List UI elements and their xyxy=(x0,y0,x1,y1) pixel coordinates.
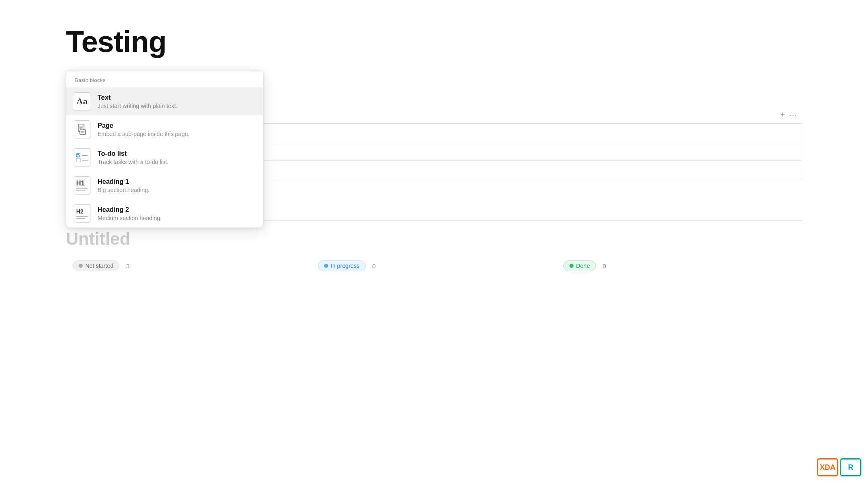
in-progress-dot xyxy=(324,264,328,268)
block-menu: Basic blocks Aa Text Just start writing … xyxy=(66,70,264,228)
text-block-desc: Just start writing with plain text. xyxy=(98,103,177,109)
text-block-icon: Aa xyxy=(73,92,91,110)
h1-block-desc: Big section heading. xyxy=(98,187,149,193)
text-block-name: Text xyxy=(98,94,177,101)
h2-block-icon: H2 xyxy=(73,204,91,223)
xda-watermark: XDA R xyxy=(817,458,861,476)
table-header-actions: + ··· xyxy=(780,110,797,120)
board-col-done: Done 0 xyxy=(557,260,802,276)
block-menu-item-page[interactable]: Page Embed a sub-page inside this page. xyxy=(66,115,263,143)
status-pill-not-started: Not started xyxy=(72,260,119,271)
h1-block-name: Heading 1 xyxy=(98,178,149,185)
h2-text: H2 xyxy=(76,209,84,214)
board-col-header-not-started: Not started 3 xyxy=(72,260,305,271)
not-started-count: 3 xyxy=(126,263,129,270)
h2-block-name: Heading 2 xyxy=(98,206,162,213)
h1-lines xyxy=(76,188,88,191)
h2-line1 xyxy=(76,216,88,217)
h1-block-icon: H1 xyxy=(73,176,91,195)
h2-block-desc: Medium section heading. xyxy=(98,215,162,221)
board-columns-row: Not started 3 In progress 0 xyxy=(66,260,802,276)
add-column-button[interactable]: + xyxy=(780,110,785,120)
h2-line2 xyxy=(76,218,85,219)
block-menu-item-h1[interactable]: H1 Heading 1 Big section heading. xyxy=(66,171,263,199)
page-block-info: Page Embed a sub-page inside this page. xyxy=(98,122,189,137)
todo-block-icon xyxy=(73,148,91,166)
h2-lines xyxy=(76,216,88,219)
done-label: Done xyxy=(576,263,590,269)
block-menu-item-todo[interactable]: To-do list Track tasks with a to-do list… xyxy=(66,143,263,171)
todo-block-name: To-do list xyxy=(98,150,168,157)
in-progress-label: In progress xyxy=(331,263,359,269)
todo-block-desc: Track tasks with a to-do list. xyxy=(98,159,168,165)
done-count: 0 xyxy=(602,263,606,270)
page-title: Testing xyxy=(66,25,802,59)
block-menu-section-label: Basic blocks xyxy=(66,70,263,87)
more-options-button[interactable]: ··· xyxy=(789,110,797,120)
h1-block-info: Heading 1 Big section heading. xyxy=(98,178,149,193)
done-dot xyxy=(569,264,574,268)
xda-box-orange: XDA xyxy=(817,458,838,476)
xda-box-teal: R xyxy=(840,458,861,476)
not-started-label: Not started xyxy=(85,263,113,269)
text-block-info: Text Just start writing with plain text. xyxy=(98,94,177,109)
h2-icon-wrap: H2 xyxy=(76,209,88,219)
svg-rect-12 xyxy=(76,158,80,162)
aa-icon: Aa xyxy=(77,96,88,107)
board-col-header-in-progress: In progress 0 xyxy=(318,260,550,271)
page-block-desc: Embed a sub-page inside this page. xyxy=(98,131,189,137)
page-block-icon xyxy=(73,120,91,138)
todo-icon xyxy=(76,153,88,162)
h1-line2 xyxy=(76,190,85,191)
block-menu-item-h2[interactable]: H2 Heading 2 Medium section heading. xyxy=(66,199,263,227)
page-block-name: Page xyxy=(98,122,189,129)
board-col-in-progress: In progress 0 xyxy=(311,260,557,276)
h2-block-info: Heading 2 Medium section heading. xyxy=(98,206,162,221)
board-col-not-started: Not started 3 xyxy=(66,260,311,276)
in-progress-count: 0 xyxy=(372,263,376,270)
board-col-header-done: Done 0 xyxy=(563,260,796,271)
page-icon xyxy=(77,124,86,135)
todo-block-info: To-do list Track tasks with a to-do list… xyxy=(98,150,168,165)
status-pill-done: Done xyxy=(563,260,596,271)
board-title: Untitled xyxy=(66,229,802,249)
block-menu-item-text[interactable]: Aa Text Just start writing with plain te… xyxy=(66,87,263,115)
svg-rect-7 xyxy=(80,130,86,134)
status-pill-in-progress: In progress xyxy=(318,260,366,271)
not-started-dot xyxy=(79,264,83,268)
h1-icon-wrap: H1 xyxy=(76,180,88,191)
h1-line1 xyxy=(76,188,88,189)
h1-text: H1 xyxy=(76,180,84,187)
